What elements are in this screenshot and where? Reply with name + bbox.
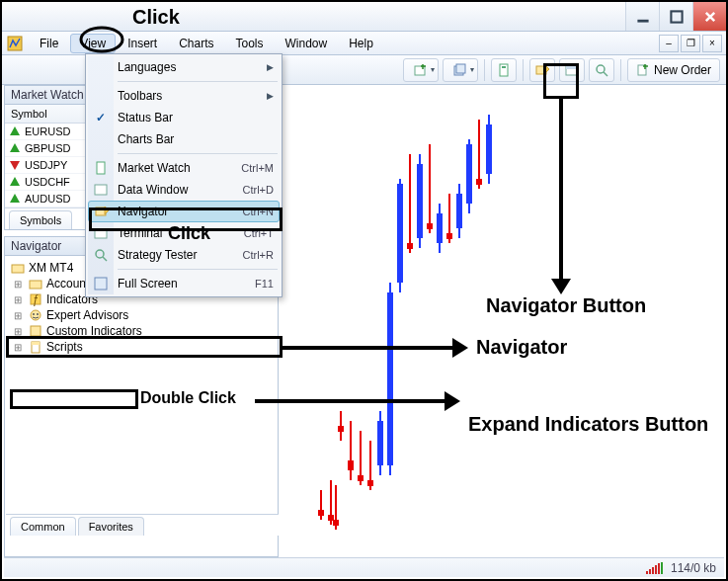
mdi-minimize[interactable]: – xyxy=(659,35,679,52)
tab-common[interactable]: Common xyxy=(10,517,76,536)
svg-rect-5 xyxy=(456,64,465,73)
anno-double-click: Double Click xyxy=(140,389,236,407)
symbol-label: GBPUSD xyxy=(25,142,70,154)
svg-rect-1 xyxy=(671,11,682,22)
anno-line-ind xyxy=(255,399,452,403)
app-icon xyxy=(6,35,24,52)
new-order-icon xyxy=(636,63,650,77)
tree-node-icon xyxy=(29,277,42,290)
svg-rect-26 xyxy=(12,265,24,273)
toolbar-terminal-button[interactable] xyxy=(559,58,585,82)
tree-node-icon xyxy=(29,324,42,338)
toolbar-tester-button[interactable] xyxy=(589,58,614,82)
menu-help[interactable]: Help xyxy=(339,34,383,53)
toolbar-new-chart-button[interactable] xyxy=(403,58,439,82)
navigator-icon xyxy=(94,204,110,219)
svg-point-19 xyxy=(96,250,104,258)
arrow-up-icon xyxy=(9,193,21,205)
svg-rect-15 xyxy=(95,185,107,195)
menu-window[interactable]: Window xyxy=(276,34,338,53)
data-window-icon xyxy=(93,182,109,198)
svg-marker-37 xyxy=(551,279,571,294)
svg-marker-17 xyxy=(105,207,109,214)
menu-market-watch[interactable]: Market WatchCtrl+M xyxy=(88,157,280,179)
svg-text:ƒ: ƒ xyxy=(33,292,40,306)
menu-status-bar[interactable]: ✓ Status Bar xyxy=(88,107,280,128)
svg-marker-24 xyxy=(10,177,20,186)
expand-icon[interactable]: ⊞ xyxy=(11,294,25,305)
tree-item-label: Custom Indicators xyxy=(46,324,142,338)
toolbar-profiles-button[interactable] xyxy=(443,58,478,82)
tree-item-label: Expert Advisors xyxy=(46,308,128,322)
menu-insert[interactable]: Insert xyxy=(118,34,167,53)
svg-rect-27 xyxy=(30,281,41,289)
tree-node-icon xyxy=(29,340,42,354)
terminal-icon xyxy=(93,225,109,241)
toolbar-navigator-button[interactable] xyxy=(529,58,555,82)
connection-icon xyxy=(646,562,663,574)
svg-rect-20 xyxy=(95,278,107,290)
tab-favorites[interactable]: Favorites xyxy=(78,517,144,536)
window-maximize-button[interactable] xyxy=(659,2,692,31)
svg-rect-11 xyxy=(566,66,578,69)
view-dropdown: Languages▶ Toolbars▶ ✓ Status Bar Charts… xyxy=(85,53,283,297)
market-watch-icon xyxy=(93,160,109,176)
svg-rect-35 xyxy=(32,342,40,345)
mdi-close[interactable]: × xyxy=(702,35,722,52)
anno-click-top: Click xyxy=(132,6,180,29)
folder-icon xyxy=(11,261,25,275)
tab-symbols[interactable]: Symbols xyxy=(9,210,72,229)
svg-point-31 xyxy=(33,313,35,315)
menu-navigator[interactable]: NavigatorCtrl+N xyxy=(88,201,280,222)
symbol-label: USDJPY xyxy=(25,159,67,171)
expand-icon[interactable]: ⊞ xyxy=(11,310,25,321)
window-minimize-button[interactable] xyxy=(625,2,659,31)
expand-icon[interactable]: ⊞ xyxy=(11,342,25,353)
menu-charts-bar[interactable]: Charts Bar xyxy=(88,128,280,150)
toolbar-market-watch-button[interactable] xyxy=(491,58,517,82)
svg-rect-33 xyxy=(31,326,40,336)
tree-item-custom-indicators[interactable]: ⊞Custom Indicators xyxy=(11,323,272,339)
tree-item-label: Scripts xyxy=(46,340,83,354)
arrow-up-icon xyxy=(9,142,21,154)
tree-item-scripts[interactable]: ⊞Scripts xyxy=(11,339,272,355)
symbol-label: AUDUSD xyxy=(25,193,70,205)
connection-label: 114/0 kb xyxy=(671,561,716,575)
svg-marker-25 xyxy=(10,194,20,203)
symbol-label: EURUSD xyxy=(25,125,70,137)
menu-file[interactable]: File xyxy=(30,34,68,53)
menu-charts[interactable]: Charts xyxy=(169,34,223,53)
strategy-tester-icon xyxy=(93,247,109,263)
svg-point-36 xyxy=(81,28,122,51)
menu-data-window[interactable]: Data WindowCtrl+D xyxy=(88,179,280,201)
anno-expand-indicators: Expand Indicators Button xyxy=(468,413,708,435)
svg-marker-23 xyxy=(10,161,20,170)
svg-rect-18 xyxy=(95,229,107,238)
anno-line-nav xyxy=(283,346,460,350)
mdi-restore[interactable]: ❐ xyxy=(681,35,700,52)
svg-rect-6 xyxy=(500,64,508,76)
svg-marker-22 xyxy=(10,143,20,152)
svg-marker-9 xyxy=(545,65,549,73)
svg-rect-14 xyxy=(97,162,105,174)
menu-strategy-tester[interactable]: Strategy TesterCtrl+R xyxy=(88,244,280,266)
chart-area[interactable] xyxy=(279,85,724,557)
svg-point-12 xyxy=(597,65,605,73)
expand-icon[interactable]: ⊞ xyxy=(11,279,25,290)
menu-tools[interactable]: Tools xyxy=(226,34,274,53)
menu-toolbars[interactable]: Toolbars▶ xyxy=(88,85,280,107)
menu-full-screen[interactable]: Full ScreenF11 xyxy=(88,273,280,294)
toolbar-new-order-button[interactable]: New Order xyxy=(627,58,720,82)
arrow-up-icon xyxy=(9,125,21,137)
tree-node-icon: ƒ xyxy=(29,292,42,306)
expand-icon[interactable]: ⊞ xyxy=(11,326,25,337)
fullscreen-icon xyxy=(93,276,109,291)
tree-item-expert-advisors[interactable]: ⊞Expert Advisors xyxy=(11,307,272,323)
svg-marker-21 xyxy=(10,126,20,135)
arrow-up-icon xyxy=(9,176,21,188)
window-close-button[interactable] xyxy=(692,2,726,31)
anno-navigator: Navigator xyxy=(476,336,567,359)
svg-point-32 xyxy=(37,313,39,315)
svg-marker-39 xyxy=(445,391,460,411)
tree-node-icon xyxy=(29,308,42,322)
